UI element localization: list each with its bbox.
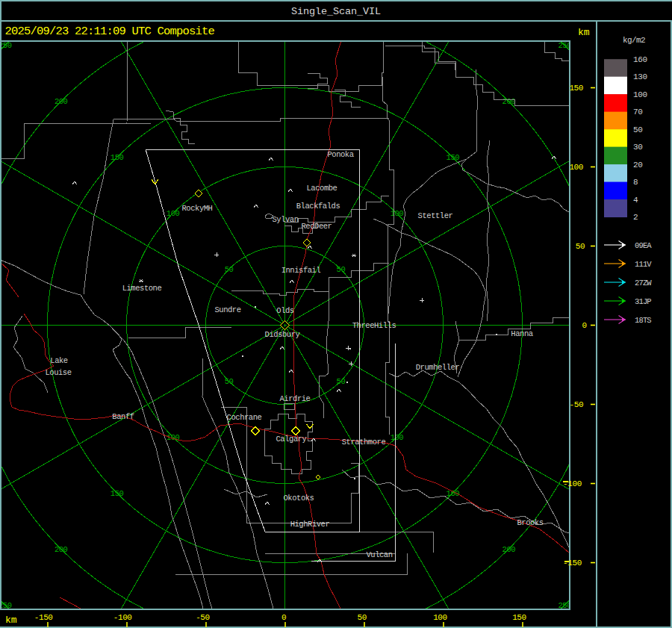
svg-text:20: 20 (633, 161, 642, 170)
svg-text:50: 50 (633, 125, 642, 134)
svg-text:Sylvan: Sylvan (272, 215, 298, 224)
svg-text:Didsbury: Didsbury (265, 330, 300, 339)
svg-text:160: 160 (633, 55, 647, 64)
svg-text:50: 50 (337, 265, 346, 274)
svg-text:200: 200 (55, 97, 68, 106)
svg-text:Strathmore: Strathmore (342, 438, 386, 447)
svg-text:Cochrane: Cochrane (227, 413, 262, 422)
svg-text:HighRiver: HighRiver (290, 520, 330, 529)
svg-text:RockyMH: RockyMH (182, 204, 213, 213)
svg-text:111V: 111V (635, 260, 652, 269)
svg-text:100: 100 (391, 433, 404, 442)
svg-text:Stettler: Stettler (418, 211, 453, 220)
svg-text:150: 150 (447, 153, 460, 162)
svg-text:100: 100 (569, 163, 583, 172)
svg-text:Drumheller: Drumheller (416, 363, 460, 372)
svg-text:Single_Scan_VIL: Single_Scan_VIL (291, 6, 381, 17)
svg-text:200: 200 (503, 97, 516, 106)
svg-text:09EA: 09EA (635, 241, 652, 250)
svg-text:100: 100 (167, 433, 180, 442)
svg-text:km: km (5, 615, 17, 626)
svg-text:0: 0 (281, 613, 286, 622)
svg-text:4: 4 (633, 196, 638, 205)
svg-text:-50: -50 (196, 613, 210, 622)
svg-text:kg/m2: kg/m2 (623, 36, 645, 45)
svg-text:Brooks: Brooks (517, 518, 543, 527)
svg-text:50: 50 (337, 377, 346, 386)
svg-text:200: 200 (503, 545, 516, 554)
svg-text:250: 250 (0, 41, 12, 50)
svg-text:-100: -100 (113, 613, 132, 622)
svg-text:50: 50 (225, 377, 234, 386)
svg-text:-50: -50 (569, 400, 583, 409)
svg-text:8: 8 (633, 178, 638, 187)
svg-text:2025/09/23 22:11:09 UTC Compos: 2025/09/23 22:11:09 UTC Composite (5, 25, 215, 38)
svg-text:2: 2 (633, 213, 638, 222)
svg-text:150: 150 (111, 489, 124, 498)
svg-text:130: 130 (633, 72, 647, 81)
svg-text:31JP: 31JP (635, 297, 651, 306)
svg-text:50: 50 (576, 242, 585, 251)
svg-text:18TS: 18TS (635, 316, 651, 325)
svg-text:100: 100 (167, 209, 180, 218)
svg-text:0: 0 (582, 321, 586, 330)
svg-text:Hanna: Hanna (511, 329, 532, 338)
svg-text:Louise: Louise (45, 368, 71, 377)
svg-text:100: 100 (633, 90, 647, 99)
svg-text:27ZW: 27ZW (635, 279, 652, 287)
svg-text:150: 150 (512, 613, 526, 622)
svg-text:Calgary: Calgary (276, 435, 307, 444)
svg-text:Banff: Banff (112, 412, 134, 421)
svg-text:RedDeer: RedDeer (302, 222, 332, 231)
svg-text:Lacombe: Lacombe (307, 184, 337, 193)
svg-text:-150: -150 (34, 613, 53, 622)
svg-text:Okotoks: Okotoks (284, 494, 314, 503)
svg-text:100: 100 (433, 613, 447, 622)
svg-text:Airdrie: Airdrie (280, 394, 311, 403)
svg-text:150: 150 (569, 84, 583, 93)
svg-text:Limestone: Limestone (122, 284, 162, 293)
svg-text:200: 200 (55, 545, 68, 554)
svg-text:150: 150 (111, 153, 124, 162)
svg-text:km: km (578, 27, 590, 38)
svg-text:50: 50 (225, 265, 234, 274)
svg-text:Vulcan: Vulcan (366, 550, 392, 559)
svg-text:Innisfail: Innisfail (281, 266, 321, 275)
svg-text:Ponoka: Ponoka (327, 150, 353, 159)
svg-text:30: 30 (633, 143, 642, 152)
svg-text:100: 100 (391, 209, 404, 218)
svg-text:-150: -150 (563, 559, 582, 568)
svg-text:Lake: Lake (50, 356, 68, 365)
svg-text:Sundre: Sundre (214, 305, 240, 314)
svg-text:70: 70 (633, 108, 642, 116)
svg-text:-100: -100 (563, 479, 582, 488)
svg-text:ThreeHills: ThreeHills (352, 321, 396, 330)
svg-text:250: 250 (0, 601, 12, 610)
svg-text:50: 50 (358, 613, 367, 622)
svg-text:Blackfalds: Blackfalds (296, 202, 340, 211)
svg-text:Olds: Olds (276, 306, 294, 315)
